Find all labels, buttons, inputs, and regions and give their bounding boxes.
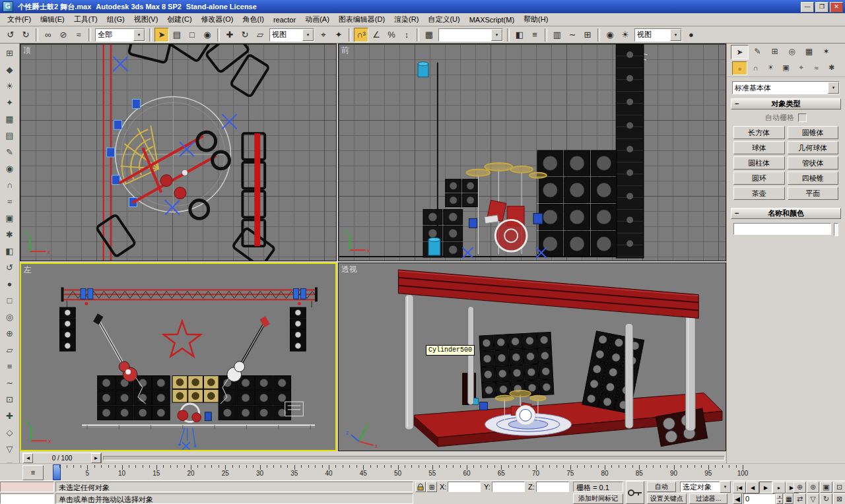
left-tab-icon-09[interactable]: ∩ xyxy=(2,177,18,193)
unlink-selection-icon[interactable]: ⊘ xyxy=(56,28,71,42)
select-and-manipulate-icon[interactable]: ✦ xyxy=(331,28,346,42)
snap-toggle-icon[interactable]: ∩³ xyxy=(354,28,368,42)
tab-display[interactable]: ▦ xyxy=(801,45,817,58)
menu-item-8[interactable]: 角色(I) xyxy=(238,13,269,26)
bind-to-space-warp-icon[interactable]: ≈ xyxy=(71,28,86,42)
viewport-perspective-label[interactable]: 透视 xyxy=(341,264,357,275)
tab-modify[interactable]: ✎ xyxy=(749,45,766,58)
maxscript-listener-white[interactable] xyxy=(0,493,54,504)
spinner-up-icon[interactable]: ▴ xyxy=(776,493,783,499)
spinner-snap-icon[interactable]: ↕ xyxy=(399,28,414,42)
viewport-front[interactable]: 前 xy xyxy=(338,44,726,261)
zoom-extents-all-button[interactable]: ⊡ xyxy=(833,482,845,493)
left-tab-icon-05[interactable]: ▦ xyxy=(2,111,18,127)
frame-spinner[interactable]: ▴▾ xyxy=(776,493,783,504)
use-pivot-point-icon[interactable]: ⌖ xyxy=(316,28,331,42)
title-bar[interactable]: G 个性爵士鼓2 舞台.max Autodesk 3ds Max 8 SP2 S… xyxy=(0,0,845,13)
category-lights[interactable]: ☀ xyxy=(764,61,778,74)
menu-item-5[interactable]: 视图(V) xyxy=(129,13,163,26)
reference-coordinate-dropdown[interactable]: 视图▼ xyxy=(269,28,314,42)
auto-key-button[interactable]: 自动 xyxy=(647,482,676,492)
left-tab-icon-08[interactable]: ◉ xyxy=(2,160,18,176)
time-slider[interactable]: ◄ 0 / 100 ► xyxy=(22,453,102,464)
window-crossing-icon[interactable]: ◉ xyxy=(200,28,215,42)
select-by-name-icon[interactable]: ▤ xyxy=(170,28,184,42)
select-and-scale-icon[interactable]: ▱ xyxy=(253,28,267,42)
left-tab-icon-03[interactable]: ☀ xyxy=(2,78,18,94)
named-selection-sets-dropdown[interactable]: ▼ xyxy=(438,28,503,42)
left-tab-icon-19[interactable]: ▱ xyxy=(2,342,18,358)
viewport-perspective[interactable]: 透视 xyxy=(338,263,726,451)
left-tab-icon-01[interactable]: ⊞ xyxy=(2,45,18,61)
category-systems[interactable]: ✱ xyxy=(825,61,838,74)
left-tab-icon-12[interactable]: ✱ xyxy=(2,226,18,242)
select-object-icon[interactable]: ➤ xyxy=(154,28,169,42)
category-geometry[interactable]: ● xyxy=(732,61,747,75)
menu-item-2[interactable]: 编辑(E) xyxy=(36,13,69,26)
align-icon[interactable]: ≡ xyxy=(527,28,542,42)
left-tab-icon-15[interactable]: ● xyxy=(2,276,18,292)
left-tab-icon-20[interactable]: ≡ xyxy=(2,358,18,374)
object-type-button-5[interactable]: 圆柱体 xyxy=(733,156,785,170)
arc-rotate-button[interactable]: ↻ xyxy=(820,493,832,504)
y-coordinate-field[interactable] xyxy=(492,482,525,492)
next-frame-arrow[interactable]: ► xyxy=(91,453,101,463)
zoom-all-button[interactable]: ⊛ xyxy=(807,482,819,493)
left-tab-icon-14[interactable]: ↺ xyxy=(2,259,18,275)
left-tab-icon-24[interactable]: ◇ xyxy=(2,424,18,440)
autogrid-checkbox[interactable] xyxy=(798,113,807,122)
object-type-button-2[interactable]: 圆锥体 xyxy=(788,126,839,139)
chevron-down-icon[interactable]: ▼ xyxy=(133,29,145,41)
previous-frame-arrow[interactable]: ◄ xyxy=(23,453,33,463)
redo-icon[interactable]: ↻ xyxy=(18,28,33,42)
set-key-toggle-button[interactable] xyxy=(626,481,644,504)
object-type-button-8[interactable]: 四棱锥 xyxy=(788,172,839,185)
menu-item-7[interactable]: 修改器(O) xyxy=(197,13,238,26)
menu-item-14[interactable]: MAXScript(M) xyxy=(465,15,519,25)
primitive-category-dropdown[interactable]: 标准基本体 ▼ xyxy=(732,81,840,94)
menu-item-13[interactable]: 自定义(U) xyxy=(423,13,464,26)
maxscript-listener-pink[interactable] xyxy=(0,482,54,492)
menu-item-15[interactable]: 帮助(H) xyxy=(519,13,553,26)
menu-item-12[interactable]: 渲染(R) xyxy=(389,13,423,26)
chevron-down-icon[interactable]: ▼ xyxy=(491,29,502,41)
category-helpers[interactable]: ⌖ xyxy=(794,61,808,74)
left-tab-icon-11[interactable]: ▣ xyxy=(2,210,18,226)
category-shapes[interactable]: ∩ xyxy=(749,61,762,74)
chevron-down-icon[interactable]: ▼ xyxy=(670,29,681,41)
layer-manager-icon[interactable]: ▥ xyxy=(550,28,564,42)
key-filters-button[interactable]: 过滤器... xyxy=(689,493,727,504)
absolute-offset-toggle[interactable]: ⊞ xyxy=(426,482,437,492)
go-to-start-button[interactable]: |◀ xyxy=(733,482,746,493)
left-tab-icon-25[interactable]: ▽ xyxy=(2,441,18,457)
object-type-button-6[interactable]: 管状体 xyxy=(788,156,839,170)
select-and-link-icon[interactable]: ∞ xyxy=(41,28,55,42)
viewport-front-label[interactable]: 前 xyxy=(341,45,349,56)
restore-button[interactable]: ❐ xyxy=(815,2,828,13)
zoom-button[interactable]: ⊕ xyxy=(794,482,806,493)
category-cameras[interactable]: ▣ xyxy=(779,61,793,74)
select-and-move-icon[interactable]: ✚ xyxy=(222,28,237,42)
object-type-button-4[interactable]: 几何球体 xyxy=(788,141,839,154)
key-mode-toggle[interactable]: ◀ xyxy=(733,493,742,504)
menu-item-3[interactable]: 工具(T) xyxy=(69,13,102,26)
object-type-button-3[interactable]: 球体 xyxy=(733,141,785,154)
frame-ruler[interactable]: 5101520253035404550556065707580859095100 xyxy=(53,464,750,481)
time-slider-track[interactable] xyxy=(103,456,725,460)
selection-filter-dropdown[interactable]: 全部▼ xyxy=(95,28,145,42)
tab-motion[interactable]: ◎ xyxy=(784,45,800,58)
undo-icon[interactable]: ↺ xyxy=(3,28,18,42)
tab-create[interactable]: ➤ xyxy=(731,45,749,59)
pan-button[interactable]: ⇄ xyxy=(794,493,806,504)
object-type-rollout-header[interactable]: − 对象类型 xyxy=(731,98,841,110)
chevron-down-icon[interactable]: ▼ xyxy=(828,82,839,94)
render-scene-icon[interactable]: ☀ xyxy=(618,28,632,42)
mirror-icon[interactable]: ◧ xyxy=(512,28,527,42)
category-space-warps[interactable]: ≈ xyxy=(809,61,823,74)
menu-item-10[interactable]: 动画(A) xyxy=(300,13,334,26)
angle-snap-icon[interactable]: ∠ xyxy=(369,28,384,42)
menu-item-11[interactable]: 图表编辑器(D) xyxy=(334,13,389,26)
add-time-tag-button[interactable]: 添加时间标记 xyxy=(573,493,623,504)
key-filter-dropdown[interactable]: 选定对象 ▼ xyxy=(680,482,731,492)
selection-lock-toggle[interactable] xyxy=(415,482,426,492)
